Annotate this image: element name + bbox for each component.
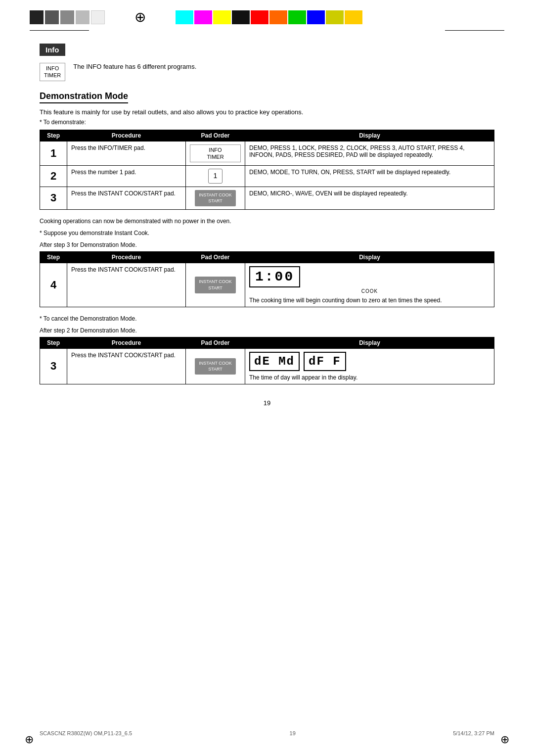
header-procedure-ic: Procedure xyxy=(67,251,186,263)
swatch-blue xyxy=(307,10,325,24)
table-row: 1 Press the INFO/TIMER pad. INFO TIMER D… xyxy=(40,141,494,166)
pad-cell-3: INSTANT COOK START xyxy=(186,187,245,209)
color-bar-container: ⊕ xyxy=(0,0,534,30)
page-number: 19 xyxy=(40,399,494,407)
swatch-gold xyxy=(345,10,362,24)
header-procedure-cancel: Procedure xyxy=(67,337,186,348)
instant-cook-button-cancel: INSTANT COOK START xyxy=(195,358,236,375)
pad-cell-2: 1 xyxy=(186,166,245,187)
swatch-orange xyxy=(269,10,287,24)
instant-cook-line1-cancel: INSTANT COOK xyxy=(199,360,232,367)
pad-line1-1: INFO xyxy=(194,146,236,153)
display-cell-4: 1:00 COOK The cooking time will begin co… xyxy=(245,263,494,307)
bottom-marks: ⊕ ⊕ xyxy=(25,733,509,746)
instant-cook-line1-3: INSTANT COOK xyxy=(199,192,232,198)
table-row: 4 Press the INSTANT COOK/START pad. INST… xyxy=(40,263,494,307)
black-bars xyxy=(30,10,105,24)
display-cell-cancel: dE Md dF F The time of day will appear i… xyxy=(245,348,494,384)
info-box-label: Info xyxy=(40,44,65,56)
main-content: Info INFO TIMER The INFO feature has 6 d… xyxy=(0,34,534,426)
swatch-cyan xyxy=(176,10,193,24)
display-text-2: DEMO, MODE, TO TURN, ON, PRESS, START wi… xyxy=(245,166,494,187)
instant-cook-table: Step Procedure Pad Order Display 4 Press… xyxy=(40,251,494,307)
header-step-cancel: Step xyxy=(40,337,67,348)
registration-mark-top: ⊕ xyxy=(134,9,146,25)
pad-info-timer-1: INFO TIMER xyxy=(190,144,241,163)
instant-cook-button-3: INSTANT COOK START xyxy=(195,190,236,206)
color-swatch-black1 xyxy=(30,10,44,24)
header-pad-order: Pad Order xyxy=(186,130,245,141)
pad-cell-4: INSTANT COOK START xyxy=(186,263,245,307)
display-clock-4: 1:00 xyxy=(249,266,300,287)
cancel-note-1: * To cancel the Demonstration Mode. xyxy=(40,315,494,322)
header-pad-cancel: Pad Order xyxy=(186,337,245,348)
step-number-3: 3 xyxy=(40,187,67,209)
pad-number-1: 1 xyxy=(208,169,223,184)
table-row: 3 Press the INSTANT COOK/START pad. INST… xyxy=(40,348,494,384)
top-line-right xyxy=(445,30,504,31)
demo-mode-heading: Demonstration Mode xyxy=(40,91,128,103)
demo-description: This feature is mainly for use by retail… xyxy=(40,108,494,116)
header-step-ic: Step xyxy=(40,251,67,263)
step-number-4: 4 xyxy=(40,263,67,307)
color-swatch-dark2 xyxy=(45,10,59,24)
display-demo-row: dE Md dF F xyxy=(249,352,490,371)
display-demo-left: dE Md xyxy=(249,352,300,371)
top-lines xyxy=(0,30,534,31)
swatch-yellow2 xyxy=(326,10,344,24)
table-row: 3 Press the INSTANT COOK/START pad. INST… xyxy=(40,187,494,209)
info-timer-line2: TIMER xyxy=(44,72,61,79)
display-text-3: DEMO, MICRO-, WAVE, OVEN will be display… xyxy=(245,187,494,209)
procedure-4: Press the INSTANT COOK/START pad. xyxy=(67,263,186,307)
header-step: Step xyxy=(40,130,67,141)
cancel-table: Step Procedure Pad Order Display 3 Press… xyxy=(40,337,494,384)
instant-cook-line2-3: START xyxy=(199,198,232,204)
reg-mark-bottom-right: ⊕ xyxy=(500,733,509,746)
info-timer-line1: INFO xyxy=(44,65,61,72)
instant-cook-line2-cancel: START xyxy=(199,366,232,373)
instant-cook-line1-4: INSTANT COOK xyxy=(199,279,232,285)
step-number-1: 1 xyxy=(40,141,67,166)
header-pad-ic: Pad Order xyxy=(186,251,245,263)
cancel-note-2: After step 2 for Demonstration Mode. xyxy=(40,327,494,334)
step-number-2: 2 xyxy=(40,166,67,187)
info-description: The INFO feature has 6 different program… xyxy=(73,63,196,70)
to-demonstrate-label: * To demonstrate: xyxy=(40,119,494,126)
procedure-3: Press the INSTANT COOK/START pad. xyxy=(67,187,186,209)
color-swatch-dark4 xyxy=(76,10,89,24)
display-demo-right: dF F xyxy=(304,352,346,371)
pad-cell-cancel-3: INSTANT COOK START xyxy=(186,348,245,384)
color-swatch-white xyxy=(91,10,105,24)
display-note-4: The cooking time will begin counting dow… xyxy=(249,297,490,304)
color-swatch-dark3 xyxy=(60,10,74,24)
swatch-magenta xyxy=(194,10,212,24)
procedure-1: Press the INFO/TIMER pad. xyxy=(67,141,186,166)
cooking-note: Cooking operations can now be demonstrat… xyxy=(40,218,494,225)
header-display-cancel: Display xyxy=(245,337,494,348)
reg-mark-bottom-left: ⊕ xyxy=(25,733,34,746)
header-display-ic: Display xyxy=(245,251,494,263)
swatch-yellow xyxy=(213,10,231,24)
swatch-red xyxy=(251,10,268,24)
instant-cook-note-2: After step 3 for Demonstration Mode. xyxy=(40,241,494,248)
procedure-2: Press the number 1 pad. xyxy=(67,166,186,187)
info-row: INFO TIMER The INFO feature has 6 differ… xyxy=(40,63,494,81)
table-row: 2 Press the number 1 pad. 1 DEMO, MODE, … xyxy=(40,166,494,187)
instant-cook-line2-4: START xyxy=(199,285,232,291)
pad-line2-1: TIMER xyxy=(194,153,236,160)
swatch-black xyxy=(232,10,250,24)
color-bars-right xyxy=(176,10,362,24)
swatch-green xyxy=(288,10,306,24)
header-display: Display xyxy=(245,130,494,141)
header-procedure: Procedure xyxy=(67,130,186,141)
pad-cell-1: INFO TIMER xyxy=(186,141,245,166)
display-cancel-note: The time of day will appear in the displ… xyxy=(249,374,490,381)
step-number-cancel-3: 3 xyxy=(40,348,67,384)
main-instruction-table: Step Procedure Pad Order Display 1 Press… xyxy=(40,130,494,210)
display-cook-label: COOK xyxy=(249,288,490,294)
display-text-1: DEMO, PRESS 1, LOCK, PRESS 2, CLOCK, PRE… xyxy=(245,141,494,166)
info-timer-button: INFO TIMER xyxy=(40,63,65,81)
instant-cook-button-4: INSTANT COOK START xyxy=(195,277,236,293)
procedure-cancel-3: Press the INSTANT COOK/START pad. xyxy=(67,348,186,384)
top-line-left xyxy=(30,30,89,31)
